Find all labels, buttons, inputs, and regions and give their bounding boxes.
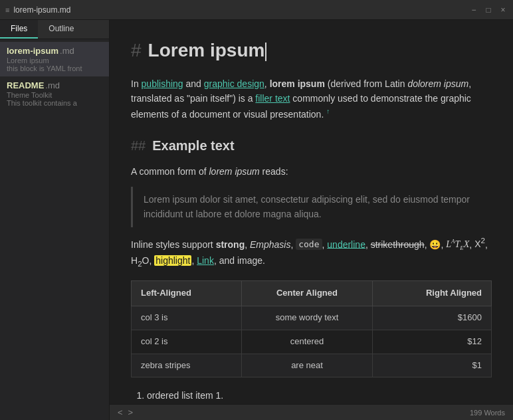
underline-text: underline: [327, 239, 365, 249]
statusbar: < > 199 Words: [110, 404, 513, 420]
common-form-text: A common form of: [131, 166, 209, 177]
row1-col1: col 3 is: [132, 306, 242, 330]
file-name-row: lorem-ipsum.md: [7, 46, 102, 56]
titlebar-filename: lorem-ipsum.md: [13, 5, 70, 15]
readme-ext: .md: [45, 80, 60, 90]
readme-preview-1: Theme Toolkit: [7, 91, 102, 99]
statusbar-left: < >: [118, 407, 133, 417]
intro-text-4: (derived from Latin: [325, 78, 408, 89]
emphasis-text: Emphasis: [250, 239, 290, 249]
titlebar-left: ≡ lorem-ipsum.md: [5, 5, 70, 15]
readme-name: README: [7, 80, 44, 90]
lorem-ipsum-italic: lorem ipsum: [209, 166, 259, 177]
graphic-design-link[interactable]: graphic design: [204, 78, 264, 89]
heading-2: ## Example text: [131, 135, 492, 156]
heading-1: # Lorem ipsum: [131, 36, 492, 66]
code-text: code: [296, 239, 322, 250]
file-preview-2: this block is YAML front: [7, 64, 102, 72]
close-button[interactable]: ×: [498, 5, 508, 15]
publishing-link[interactable]: publishing: [142, 78, 183, 89]
inline-text8: , and image.: [214, 255, 265, 266]
sidebar: Files Outline lorem-ipsum.md Lorem ipsum…: [0, 20, 110, 420]
intro-paragraph: In publishing and graphic design, lorem …: [131, 76, 492, 122]
filler-text-link[interactable]: filler text: [255, 93, 290, 104]
minimize-button[interactable]: −: [469, 5, 478, 15]
table-wrapper: Left-Aligned Center Aligned Right Aligne…: [131, 280, 492, 377]
col-header-right: Right Aligned: [372, 281, 491, 306]
sidebar-file-list: lorem-ipsum.md Lorem ipsum this block is…: [0, 39, 109, 420]
row2-col2: centered: [242, 330, 372, 354]
inline-styles-paragraph: Inline styles support strong, Emphasis, …: [131, 235, 492, 270]
nav-prev-icon[interactable]: <: [118, 407, 123, 417]
strong-text: strong: [216, 239, 245, 249]
data-table: Left-Aligned Center Aligned Right Aligne…: [131, 280, 492, 377]
row2-col3: $12: [372, 330, 491, 354]
tab-files[interactable]: Files: [0, 20, 38, 39]
content-area: # Lorem ipsum In publishing and graphic …: [110, 20, 513, 420]
titlebar: ≡ lorem-ipsum.md − □ ×: [0, 0, 513, 20]
strikethrough-text: strikethrough: [371, 239, 425, 249]
h2-text: Example text: [152, 135, 234, 156]
highlight-text: highlight: [154, 255, 191, 266]
blockquote-text: Lorem ipsum dolor sit amet, consectetur …: [144, 194, 470, 219]
lorem-ipsum-bold: lorem ipsum: [270, 78, 325, 89]
markdown-body: # Lorem ipsum In publishing and graphic …: [110, 20, 513, 404]
footnote-ref: ↑: [326, 108, 330, 115]
row3-col1: zebra stripes: [132, 354, 242, 377]
blockquote: Lorem ipsum dolor sit amet, consectetur …: [131, 187, 492, 227]
tab-outline[interactable]: Outline: [38, 20, 84, 39]
row1-col2: some wordy text: [242, 306, 372, 330]
cursor: [265, 43, 266, 61]
sidebar-item-readme[interactable]: README.md Theme Toolkit This toolkit con…: [0, 76, 109, 111]
intro-text-2: and: [183, 78, 204, 89]
h2o-text: H2O: [131, 255, 150, 266]
inline-text1: Inline styles support: [131, 239, 216, 249]
inline-text5: ,: [365, 239, 371, 249]
file-preview-1: Lorem ipsum: [7, 56, 102, 64]
inline-text2: ,: [245, 239, 250, 249]
x2-text: X2: [474, 239, 485, 249]
file-name-row-readme: README.md: [7, 80, 102, 90]
file-name: lorem-ipsum: [7, 46, 58, 56]
row3-col3: $1: [372, 354, 491, 377]
readme-preview-2: This toolkit contains a: [7, 99, 102, 107]
nav-next-icon[interactable]: >: [128, 407, 134, 417]
h2-hash: ##: [131, 135, 146, 156]
word-count: 199 Words: [470, 409, 505, 417]
titlebar-controls: − □ ×: [469, 5, 508, 15]
latex-text: LATEX: [446, 239, 469, 249]
inline-text6: , 😀,: [425, 239, 447, 249]
main-layout: Files Outline lorem-ipsum.md Lorem ipsum…: [0, 20, 513, 420]
col-header-center: Center Aligned: [242, 281, 372, 306]
row3-col2: are neat: [242, 354, 372, 377]
row2-col1: col 2 is: [132, 330, 242, 354]
dolorem-ipsum-italic: dolorem ipsum: [407, 78, 468, 89]
table-header-row: Left-Aligned Center Aligned Right Aligne…: [132, 281, 492, 306]
ordered-list: ordered list item 1. ordered list item 2…: [131, 388, 492, 404]
sidebar-item-lorem-ipsum[interactable]: lorem-ipsum.md Lorem ipsum this block is…: [0, 42, 109, 76]
row1-col3: $1600: [372, 306, 491, 330]
col-header-left: Left-Aligned: [132, 281, 242, 306]
list-item: ordered list item 1.: [147, 388, 492, 403]
table-row: col 2 is centered $12: [132, 330, 492, 354]
h1-hash: #: [131, 36, 142, 66]
link-text[interactable]: Link: [197, 255, 214, 266]
file-ext: .md: [60, 46, 74, 56]
intro-text-3: ,: [264, 78, 270, 89]
intro-text-1: In: [131, 78, 142, 89]
table-row: col 3 is some wordy text $1600: [132, 306, 492, 330]
common-form-paragraph: A common form of lorem ipsum reads:: [131, 164, 492, 179]
h1-text: Lorem ipsum: [148, 36, 267, 66]
maximize-button[interactable]: □: [484, 5, 493, 15]
common-form-end: reads:: [260, 166, 288, 177]
sidebar-tabs: Files Outline: [0, 20, 109, 39]
table-row: zebra stripes are neat $1: [132, 354, 492, 377]
menu-icon: ≡: [5, 6, 9, 14]
